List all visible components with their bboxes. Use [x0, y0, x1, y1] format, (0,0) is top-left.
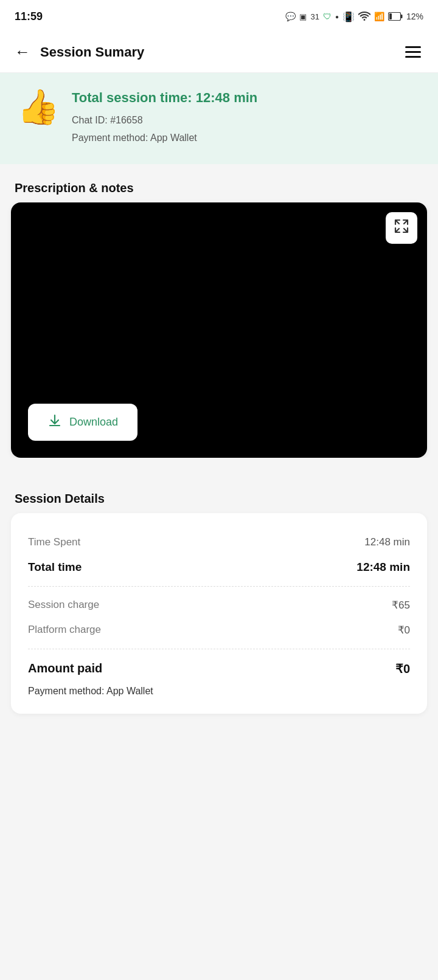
amount-paid-label: Amount paid [28, 661, 102, 675]
battery-percent: 12% [406, 12, 423, 21]
back-button[interactable]: ← [15, 40, 35, 64]
message-icon: 💬 [285, 12, 296, 21]
wifi-icon [358, 11, 370, 22]
square-icon: ▣ [299, 12, 307, 21]
time-spent-value: 12:48 min [364, 536, 410, 548]
vibrate-icon: 📳 [342, 11, 355, 22]
prescription-image: Download [11, 202, 427, 458]
payment-method-text: Payment method: App Wallet [28, 686, 153, 696]
menu-button[interactable] [403, 44, 423, 60]
amount-paid-value: ₹0 [395, 661, 410, 676]
time-spent-row: Time Spent 12:48 min [28, 530, 410, 554]
total-time-label: Total time [28, 561, 82, 574]
prescription-card: Download [11, 202, 427, 458]
menu-line-3 [405, 56, 421, 58]
divider-2 [28, 649, 410, 649]
details-card: Time Spent 12:48 min Total time 12:48 mi… [11, 513, 427, 714]
session-info: Total session time: 12:48 min Chat ID: #… [72, 90, 257, 147]
prescription-section-heading: Prescription & notes [0, 164, 438, 202]
session-charge-row: Session charge ₹65 [28, 593, 410, 618]
total-time-value: 12:48 min [356, 561, 410, 574]
calendar-icon: 31 [310, 12, 319, 21]
platform-charge-value: ₹0 [398, 624, 410, 637]
shield-icon: 🛡 [323, 12, 332, 21]
total-time-row: Total time 12:48 min [28, 554, 410, 580]
spacer [0, 458, 438, 475]
top-navigation: ← Session Sumary [0, 32, 438, 73]
status-time: 11:59 [15, 10, 43, 23]
download-label: Download [69, 416, 118, 429]
page-title: Session Sumary [40, 44, 403, 60]
session-charge-value: ₹65 [392, 599, 410, 612]
download-button[interactable]: Download [28, 404, 137, 441]
download-button-area: Download [28, 404, 137, 441]
expand-button[interactable] [386, 212, 417, 244]
status-bar: 11:59 💬 ▣ 31 🛡 ● 📳 📶 12% [0, 0, 438, 32]
session-chat-id: Chat ID: #16658 [72, 112, 257, 129]
time-spent-label: Time Spent [28, 536, 80, 548]
session-banner: 👍 Total session time: 12:48 min Chat ID:… [0, 73, 438, 164]
battery-icon [388, 12, 403, 21]
phone-signal-icon: 📶 [374, 12, 384, 21]
expand-icon [394, 218, 409, 238]
menu-line-1 [405, 46, 421, 48]
divider-1 [28, 586, 410, 587]
download-icon [47, 413, 62, 431]
platform-charge-row: Platform charge ₹0 [28, 618, 410, 643]
amount-paid-row: Amount paid ₹0 [28, 655, 410, 682]
svg-rect-2 [389, 13, 392, 19]
session-details-heading: Session Details [0, 475, 438, 513]
thumbs-up-emoji: 👍 [17, 90, 60, 124]
session-title: Total session time: 12:48 min [72, 90, 257, 106]
status-icons: 💬 ▣ 31 🛡 ● 📳 📶 12% [285, 11, 423, 22]
session-payment-method: Payment method: App Wallet [72, 129, 257, 147]
payment-method-row: Payment method: App Wallet [28, 686, 410, 697]
platform-charge-label: Platform charge [28, 624, 101, 636]
dot-icon: ● [335, 13, 339, 20]
session-charge-label: Session charge [28, 599, 99, 611]
menu-line-2 [405, 51, 421, 53]
session-details-section: Time Spent 12:48 min Total time 12:48 mi… [0, 513, 438, 728]
svg-rect-1 [400, 15, 402, 18]
